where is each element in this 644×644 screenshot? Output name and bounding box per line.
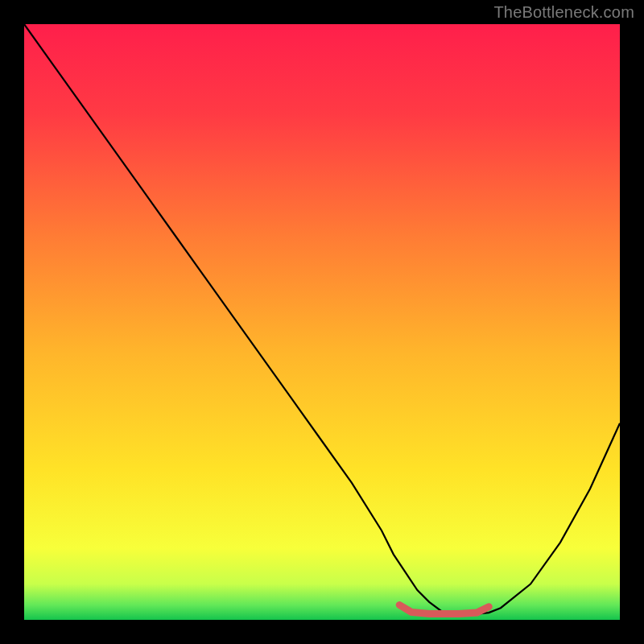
gradient-background bbox=[24, 24, 620, 620]
chart-svg bbox=[24, 24, 620, 620]
chart-frame bbox=[24, 24, 620, 620]
attribution-text: TheBottleneck.com bbox=[493, 3, 634, 22]
